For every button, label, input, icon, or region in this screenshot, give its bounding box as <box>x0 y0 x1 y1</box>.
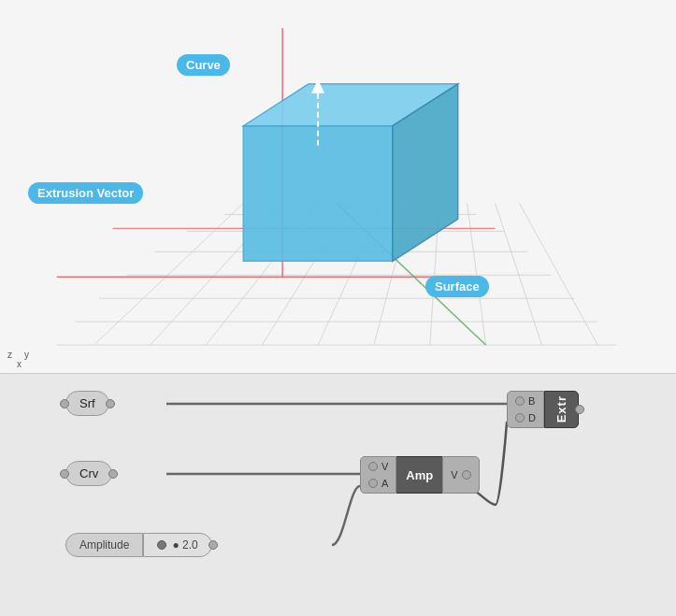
srf-left-port[interactable] <box>60 399 69 408</box>
viewport-3d: Curve Extrusion Vector Surface z x y <box>0 0 676 374</box>
extr-b-label: B <box>528 395 535 407</box>
amp-left-ports: V A <box>360 456 396 494</box>
extr-d-label: D <box>528 412 536 423</box>
extr-e-port-container <box>575 405 584 414</box>
amp-v-out-port[interactable] <box>462 470 471 480</box>
svg-marker-22 <box>243 126 393 262</box>
extr-label: Extr <box>554 395 568 423</box>
amp-a-port-row: A <box>368 478 388 489</box>
crv-label: Crv <box>65 461 112 486</box>
amp-v-in-port[interactable] <box>368 462 378 471</box>
x-axis-label: x <box>17 359 22 369</box>
amplitude-node[interactable]: Amplitude ● 2.0 <box>65 533 212 557</box>
extr-b-port[interactable] <box>515 396 525 406</box>
amp-center-label: Amp <box>406 468 433 482</box>
amp-right-section: V <box>442 456 479 494</box>
extr-b-row: B <box>515 395 536 407</box>
node-graph: Srf Crv Amplitude ● 2.0 V A Amp <box>0 374 676 616</box>
extr-d-port[interactable] <box>515 413 525 423</box>
amplitude-label: Amplitude <box>65 533 143 557</box>
amp-v-out-label: V <box>451 469 457 480</box>
amp-a-port[interactable] <box>368 479 378 488</box>
extr-left-ports: B D <box>507 391 544 428</box>
svg-line-15 <box>467 203 486 345</box>
z-axis-label: z <box>7 350 12 360</box>
amplitude-val-text: ● 2.0 <box>172 538 197 552</box>
extr-right-section: Extr <box>544 391 579 428</box>
surface-label: Surface <box>425 276 489 297</box>
extrusion-vector-label: Extrusion Vector <box>28 182 143 204</box>
svg-line-8 <box>94 203 244 345</box>
amp-node[interactable]: V A Amp V <box>360 456 480 494</box>
amp-a-label: A <box>381 478 388 489</box>
svg-line-16 <box>496 203 542 345</box>
srf-right-port[interactable] <box>106 399 115 408</box>
amplitude-value[interactable]: ● 2.0 <box>143 533 211 557</box>
extr-d-row: D <box>515 412 536 423</box>
crv-right-port[interactable] <box>108 469 118 479</box>
crv-left-port[interactable] <box>60 469 69 479</box>
srf-node[interactable]: Srf <box>65 391 109 416</box>
srf-label: Srf <box>65 391 109 416</box>
amplitude-right-port[interactable] <box>209 540 218 550</box>
amp-v-port-row: V <box>368 461 388 472</box>
extr-e-port[interactable] <box>575 405 584 414</box>
amp-v-top-label: V <box>381 461 388 472</box>
svg-line-17 <box>520 203 598 345</box>
extr-node[interactable]: B D Extr <box>507 391 579 428</box>
slider-handle[interactable] <box>157 540 166 550</box>
crv-node[interactable]: Crv <box>65 461 112 486</box>
amp-center: Amp <box>396 456 442 494</box>
curve-label: Curve <box>177 54 230 76</box>
y-axis-label: y <box>24 350 29 360</box>
